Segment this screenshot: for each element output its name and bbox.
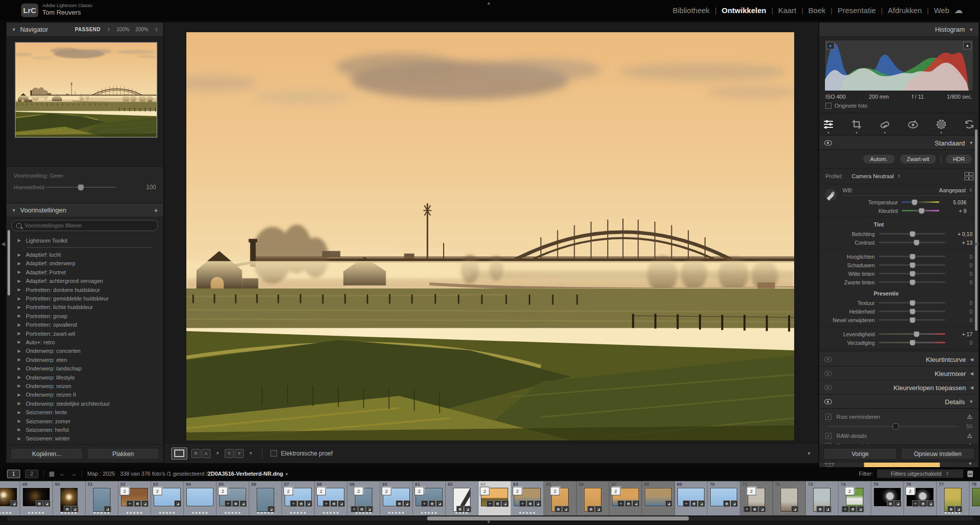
filmstrip-cell-59[interactable]: 592✛▦◪★★★★★ <box>347 481 380 515</box>
thumbnail[interactable]: 2✛▦◪ <box>285 488 312 506</box>
slider-knob[interactable] <box>909 279 916 285</box>
filmstrip-cell-62[interactable]: 62▦◪★★★★ <box>446 481 478 515</box>
edit-badge-icon[interactable]: ◪ <box>305 500 312 507</box>
edit-badge-icon[interactable]: ✛ <box>290 500 297 507</box>
slider-levendigheid[interactable]: Levendigheid+ 17 <box>819 330 978 338</box>
edit-badge-icon[interactable]: ◪ <box>894 500 901 507</box>
original-photo-checkbox[interactable] <box>825 103 831 109</box>
soft-proof-checkbox[interactable] <box>270 450 277 457</box>
stack-badge[interactable]: 2 <box>550 487 560 495</box>
stack-badge[interactable]: 2 <box>153 487 162 495</box>
thumbnail[interactable]: ▦◪ <box>710 488 737 506</box>
stack-badge[interactable]: 2 <box>284 487 293 495</box>
filmstrip-cell-56[interactable]: 56◪★★★★★ <box>249 481 282 515</box>
eye-icon[interactable] <box>824 357 832 362</box>
filmstrip-cell-74[interactable]: 742✛▦◪ <box>838 481 871 515</box>
thumbnail[interactable]: ◪ <box>645 488 672 506</box>
slider-knob[interactable] <box>909 231 916 237</box>
edit-badge-icon[interactable]: ▦ <box>555 506 562 512</box>
thumbnail[interactable]: 2✛▦◪ <box>612 488 639 506</box>
edit-badge-icon[interactable]: ◪ <box>731 500 738 507</box>
thumbnail[interactable]: 2◪ <box>154 488 181 506</box>
filmstrip-cell-54[interactable]: 54★★★★★ <box>184 481 217 515</box>
module-boek[interactable]: Boek <box>808 6 825 15</box>
reset-button[interactable]: Opnieuw instellen <box>901 448 974 460</box>
wb-eyedropper-icon[interactable] <box>824 188 837 201</box>
basic-adjust-tool-icon[interactable] <box>822 118 835 131</box>
slider-track[interactable] <box>879 273 945 274</box>
filmstrip-cell-63[interactable]: 632✛▦◪ <box>478 481 511 515</box>
lens-blur-tool-icon[interactable] <box>963 118 976 131</box>
slider-track[interactable] <box>879 264 945 266</box>
star-rating[interactable]: ★★★★★ <box>184 511 216 515</box>
edit-badge-icon[interactable]: ▦ <box>429 500 436 507</box>
main-photo[interactable] <box>186 32 794 440</box>
filmstrip-left-arrow[interactable]: ◀ <box>1 496 5 502</box>
thumbnail[interactable]: 2✛▦◪ <box>317 488 344 506</box>
star-rating[interactable]: ★★★★★ <box>217 511 249 515</box>
thumbnail[interactable]: ▦◪ <box>23 488 50 506</box>
edit-badge-icon[interactable]: ◪ <box>11 500 18 507</box>
edit-badge-icon[interactable]: ▦ <box>330 500 337 507</box>
filmstrip-cell-49[interactable]: 49▦◪★★★★★ <box>20 481 53 515</box>
filmstrip-cell-65[interactable]: 652▦◪ <box>544 481 577 515</box>
slider-track[interactable] <box>879 281 945 283</box>
edit-badge-icon[interactable]: ◪ <box>792 506 799 512</box>
edit-badge-icon[interactable]: ▦ <box>494 500 501 507</box>
preset-group[interactable]: ▶Portretten: groep <box>7 312 163 320</box>
star-rating[interactable]: ★★★★ <box>446 511 478 515</box>
preset-group[interactable]: ▶Auto+: retro <box>7 338 163 346</box>
presets-header[interactable]: ▼ Voorinstellingen + <box>7 203 163 217</box>
split-view-left-button[interactable]: Y <box>225 449 234 458</box>
module-bibliotheek[interactable]: Bibliotheek <box>673 6 710 15</box>
thumbnail[interactable]: ▦◪ <box>944 488 962 512</box>
zoom-fit-button[interactable]: PASSEND <box>75 27 101 32</box>
monitor-2-button[interactable]: 2 <box>25 470 38 478</box>
preset-group[interactable]: ▶Onderwerp: eten <box>7 355 163 364</box>
slider-track[interactable] <box>879 256 945 257</box>
details-row-raw-details[interactable]: ✓RAW-details⚠ <box>819 431 978 441</box>
checkbox[interactable]: ✓ <box>825 414 831 420</box>
thumbnail[interactable]: 2✛▦◪ <box>355 488 373 512</box>
back-arrow-icon[interactable]: ← <box>59 470 65 477</box>
stack-badge[interactable]: 2 <box>845 487 855 495</box>
preset-group[interactable]: ▶Lightroom Toolkit <box>7 236 163 245</box>
slider-knob[interactable] <box>919 208 925 214</box>
profile-value[interactable]: Camera Neutraal <box>852 173 894 179</box>
left-scrollbar[interactable] <box>8 230 10 295</box>
module-kaart[interactable]: Kaart <box>778 6 796 15</box>
slider-knob[interactable] <box>914 331 920 337</box>
cloud-sync-icon[interactable]: ☁ <box>954 5 963 16</box>
slider-knob[interactable] <box>909 254 916 260</box>
filter-toggle[interactable] <box>967 471 973 477</box>
collapse-right-panel-icon[interactable]: ▶ <box>975 241 979 247</box>
collapse-bottom-icon[interactable]: ▼ <box>486 519 491 524</box>
slider-track[interactable] <box>879 333 945 335</box>
stack-badge[interactable]: 2 <box>218 487 228 495</box>
module-web[interactable]: Web <box>934 6 949 15</box>
thumbnail[interactable] <box>186 488 214 506</box>
star-rating[interactable]: ★★★★★ <box>53 511 85 515</box>
amount-slider-knob[interactable] <box>78 184 84 191</box>
filmstrip-cell-75[interactable]: 75▦◪ <box>871 481 904 515</box>
eye-icon[interactable] <box>824 140 832 145</box>
wb-value[interactable]: Aangepast <box>939 187 966 193</box>
filmstrip-scrollbar-thumb[interactable] <box>427 516 689 520</box>
preset-group[interactable]: ▶Portretten: zwart-wit <box>7 329 163 338</box>
star-rating[interactable]: ★★★★★ <box>315 511 347 515</box>
edit-badge-icon[interactable]: ✛ <box>912 500 919 507</box>
preset-group[interactable]: ▶Portretten: opvallend <box>7 321 163 329</box>
thumbnail[interactable]: ▦◪ <box>813 488 831 512</box>
thumbnail[interactable]: ▦◪ <box>60 488 78 512</box>
edit-badge-icon[interactable]: ▦ <box>527 500 534 507</box>
panel-header-kleurtintcurve[interactable]: Kleurtintcurve◀ <box>819 352 978 366</box>
folder-label[interactable]: Map : 2025 <box>87 471 115 477</box>
thumbnail[interactable]: ▦◪ <box>584 488 602 512</box>
edit-badge-icon[interactable]: ✛ <box>744 506 751 512</box>
edit-badge-icon[interactable]: ◪ <box>927 500 934 507</box>
stack-badge[interactable]: 2 <box>382 487 391 495</box>
eye-icon[interactable] <box>824 371 832 376</box>
edit-badge-icon[interactable]: ◪ <box>857 506 864 512</box>
thumbnail[interactable]: 2✛▦◪ <box>906 488 934 506</box>
checkbox[interactable]: ✓ <box>825 433 831 439</box>
